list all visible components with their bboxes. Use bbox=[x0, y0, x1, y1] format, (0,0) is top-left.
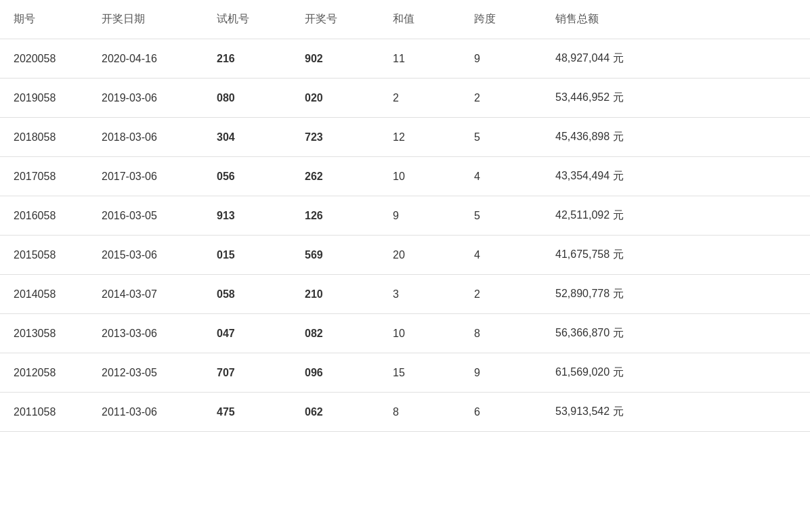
cell-kuadu: 5 bbox=[461, 118, 542, 157]
cell-sales: 52,890,778 元 bbox=[542, 275, 810, 314]
table-row: 20170582017-03-0605626210443,354,494 元 bbox=[0, 157, 810, 196]
table-row: 20150582015-03-0601556920441,675,758 元 bbox=[0, 236, 810, 275]
table-row: 20130582013-03-0604708210856,366,870 元 bbox=[0, 314, 810, 353]
cell-kaijang: 723 bbox=[291, 118, 379, 157]
cell-kaijang: 126 bbox=[291, 196, 379, 236]
cell-hezhi: 11 bbox=[379, 39, 461, 79]
cell-kaijang: 569 bbox=[291, 236, 379, 275]
cell-kuadu: 4 bbox=[461, 236, 542, 275]
cell-date: 2014-03-07 bbox=[88, 275, 203, 314]
cell-shiji: 304 bbox=[203, 118, 291, 157]
cell-kuadu: 5 bbox=[461, 196, 542, 236]
cell-qihao: 2017058 bbox=[0, 157, 88, 196]
header-hezhi: 和值 bbox=[379, 0, 461, 39]
cell-kaijang: 082 bbox=[291, 314, 379, 353]
cell-kuadu: 9 bbox=[461, 39, 542, 79]
cell-date: 2020-04-16 bbox=[88, 39, 203, 79]
cell-date: 2017-03-06 bbox=[88, 157, 203, 196]
cell-qihao: 2020058 bbox=[0, 39, 88, 79]
cell-qihao: 2012058 bbox=[0, 353, 88, 393]
cell-date: 2012-03-05 bbox=[88, 353, 203, 393]
table-row: 20140582014-03-070582103252,890,778 元 bbox=[0, 275, 810, 314]
cell-kuadu: 2 bbox=[461, 275, 542, 314]
cell-kaijang: 020 bbox=[291, 79, 379, 118]
table-row: 20110582011-03-064750628653,913,542 元 bbox=[0, 393, 810, 432]
cell-shiji: 707 bbox=[203, 353, 291, 393]
cell-qihao: 2016058 bbox=[0, 196, 88, 236]
cell-date: 2016-03-05 bbox=[88, 196, 203, 236]
cell-date: 2018-03-06 bbox=[88, 118, 203, 157]
cell-sales: 43,354,494 元 bbox=[542, 157, 810, 196]
cell-shiji: 047 bbox=[203, 314, 291, 353]
cell-qihao: 2013058 bbox=[0, 314, 88, 353]
lottery-table: 期号 开奖日期 试机号 开奖号 和值 跨度 销售总额 20200582020-0… bbox=[0, 0, 810, 432]
main-table-container: 期号 开奖日期 试机号 开奖号 和值 跨度 销售总额 20200582020-0… bbox=[0, 0, 810, 432]
table-row: 20160582016-03-059131269542,511,092 元 bbox=[0, 196, 810, 236]
cell-kuadu: 8 bbox=[461, 314, 542, 353]
header-qihao: 期号 bbox=[0, 0, 88, 39]
cell-kuadu: 4 bbox=[461, 157, 542, 196]
cell-sales: 53,913,542 元 bbox=[542, 393, 810, 432]
cell-sales: 53,446,952 元 bbox=[542, 79, 810, 118]
cell-kaijang: 902 bbox=[291, 39, 379, 79]
cell-sales: 45,436,898 元 bbox=[542, 118, 810, 157]
table-row: 20180582018-03-0630472312545,436,898 元 bbox=[0, 118, 810, 157]
cell-shiji: 080 bbox=[203, 79, 291, 118]
header-date: 开奖日期 bbox=[88, 0, 203, 39]
cell-hezhi: 3 bbox=[379, 275, 461, 314]
cell-qihao: 2018058 bbox=[0, 118, 88, 157]
cell-hezhi: 10 bbox=[379, 157, 461, 196]
header-shiji: 试机号 bbox=[203, 0, 291, 39]
table-row: 20200582020-04-1621690211948,927,044 元 bbox=[0, 39, 810, 79]
cell-kuadu: 2 bbox=[461, 79, 542, 118]
cell-sales: 48,927,044 元 bbox=[542, 39, 810, 79]
cell-kaijang: 062 bbox=[291, 393, 379, 432]
cell-qihao: 2015058 bbox=[0, 236, 88, 275]
cell-kaijang: 262 bbox=[291, 157, 379, 196]
cell-hezhi: 20 bbox=[379, 236, 461, 275]
header-kuadu: 跨度 bbox=[461, 0, 542, 39]
cell-qihao: 2019058 bbox=[0, 79, 88, 118]
cell-shiji: 058 bbox=[203, 275, 291, 314]
cell-date: 2015-03-06 bbox=[88, 236, 203, 275]
cell-kaijang: 210 bbox=[291, 275, 379, 314]
cell-hezhi: 9 bbox=[379, 196, 461, 236]
cell-hezhi: 12 bbox=[379, 118, 461, 157]
cell-shiji: 216 bbox=[203, 39, 291, 79]
cell-hezhi: 2 bbox=[379, 79, 461, 118]
cell-shiji: 913 bbox=[203, 196, 291, 236]
header-sales: 销售总额 bbox=[542, 0, 810, 39]
cell-date: 2011-03-06 bbox=[88, 393, 203, 432]
cell-date: 2013-03-06 bbox=[88, 314, 203, 353]
cell-hezhi: 8 bbox=[379, 393, 461, 432]
cell-qihao: 2014058 bbox=[0, 275, 88, 314]
cell-date: 2019-03-06 bbox=[88, 79, 203, 118]
cell-shiji: 056 bbox=[203, 157, 291, 196]
cell-shiji: 015 bbox=[203, 236, 291, 275]
cell-qihao: 2011058 bbox=[0, 393, 88, 432]
header-kaijang: 开奖号 bbox=[291, 0, 379, 39]
cell-sales: 42,511,092 元 bbox=[542, 196, 810, 236]
cell-hezhi: 10 bbox=[379, 314, 461, 353]
cell-kuadu: 9 bbox=[461, 353, 542, 393]
cell-kaijang: 096 bbox=[291, 353, 379, 393]
cell-shiji: 475 bbox=[203, 393, 291, 432]
cell-kuadu: 6 bbox=[461, 393, 542, 432]
cell-hezhi: 15 bbox=[379, 353, 461, 393]
cell-sales: 56,366,870 元 bbox=[542, 314, 810, 353]
cell-sales: 61,569,020 元 bbox=[542, 353, 810, 393]
table-header-row: 期号 开奖日期 试机号 开奖号 和值 跨度 销售总额 bbox=[0, 0, 810, 39]
table-row: 20120582012-03-0570709615961,569,020 元 bbox=[0, 353, 810, 393]
table-row: 20190582019-03-060800202253,446,952 元 bbox=[0, 79, 810, 118]
cell-sales: 41,675,758 元 bbox=[542, 236, 810, 275]
